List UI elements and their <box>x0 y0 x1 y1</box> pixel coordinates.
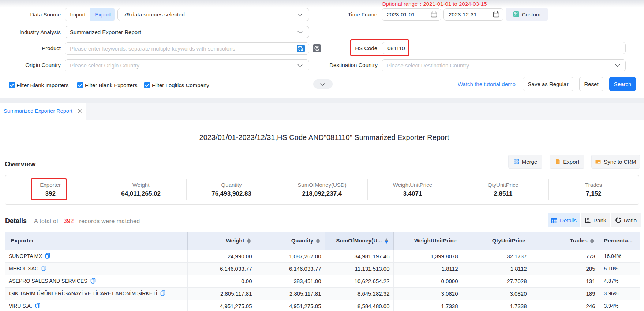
svg-text:A: A <box>301 48 304 52</box>
